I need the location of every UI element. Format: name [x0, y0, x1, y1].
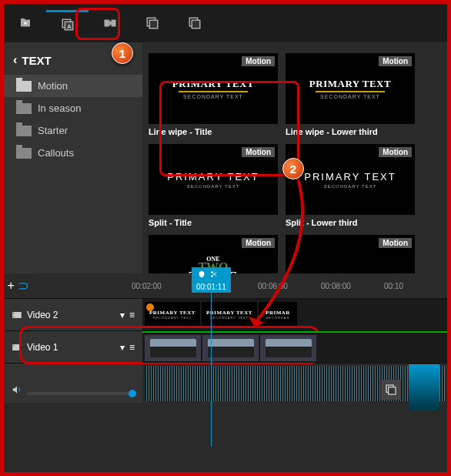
preset-item[interactable]: Motion	[286, 235, 415, 273]
video-clip[interactable]	[260, 335, 316, 361]
video-clip[interactable]	[145, 335, 201, 361]
menu-icon[interactable]: ≡	[129, 342, 135, 353]
preset-linewipe-title[interactable]: MotionPRIMARY TEXTSECONDARY TEXT Line wi…	[149, 53, 278, 136]
effect-overlay	[409, 364, 439, 411]
text-clip[interactable]: PRIMARY TEXTSECONDARY TEXT	[145, 302, 200, 328]
svg-rect-15	[13, 345, 14, 346]
snap-button[interactable]: ⊃	[18, 277, 36, 294]
svg-rect-4	[111, 20, 115, 27]
callout-2: 2	[282, 158, 304, 179]
text-clip[interactable]: PRIMARSECONDAR	[259, 302, 297, 328]
svg-rect-17	[389, 387, 396, 394]
track-label: Video 1	[27, 342, 58, 353]
star-icon	[146, 303, 154, 311]
folder-icon	[16, 81, 32, 92]
tab-overlays[interactable]	[173, 10, 215, 36]
tab-text[interactable]: A	[46, 10, 89, 36]
panel-title: TEXT	[22, 54, 51, 67]
sidebar: ‹TEXT Motion In season Starter Callouts	[4, 42, 142, 273]
svg-text:A: A	[67, 22, 72, 29]
marker-icon	[198, 270, 205, 278]
chevron-down-icon[interactable]: ▾	[120, 310, 125, 320]
svg-rect-12	[13, 313, 14, 313]
playhead[interactable]: 00:01:11	[192, 267, 231, 293]
time-ruler: + ⊃ 00:02:00 00:04:00 00:06:00 00:08:00 …	[4, 273, 447, 298]
effects-button[interactable]	[381, 380, 401, 400]
tab-favorites[interactable]	[4, 10, 46, 36]
folder-callouts[interactable]: Callouts	[4, 142, 142, 164]
preset-linewipe-lower[interactable]: MotionPRIMARY TEXTSECONDARY TEXT Line wi…	[286, 53, 415, 136]
folder-motion[interactable]: Motion	[4, 75, 142, 97]
track-label: Video 2	[27, 310, 58, 320]
volume-slider[interactable]	[27, 392, 135, 395]
folder-inseason[interactable]: In season	[4, 97, 142, 119]
add-track-button[interactable]: +	[4, 279, 18, 293]
callout-1: 1	[112, 42, 133, 64]
tab-effects[interactable]	[131, 10, 173, 36]
preset-split-title[interactable]: MotionPRIMARY TEXTSECONDARY TEXT Split -…	[149, 144, 278, 227]
menu-icon[interactable]: ≡	[129, 310, 135, 320]
playhead-time: 00:01:11	[192, 281, 231, 293]
video-track-icon	[12, 342, 22, 353]
folder-icon	[16, 148, 32, 159]
preset-split-lower[interactable]: MotionPRIMARY TEXTSECONDARY TEXT Split -…	[286, 144, 415, 227]
top-tabs: A	[4, 4, 447, 42]
chevron-down-icon[interactable]: ▾	[120, 342, 125, 353]
svg-rect-6	[149, 20, 158, 28]
chevron-left-icon: ‹	[13, 53, 17, 67]
video-track-icon	[12, 310, 22, 320]
svg-rect-8	[192, 20, 200, 28]
speaker-icon[interactable]	[12, 384, 22, 395]
track-video1: Video 1 ▾ ≡	[4, 330, 447, 363]
folder-icon	[16, 103, 32, 114]
track-video2: Video 2 ▾ ≡ PRIMARY TEXTSECONDARY TEXT P…	[4, 298, 447, 330]
tab-transitions[interactable]	[89, 10, 131, 36]
text-clip[interactable]: PRIMARY TEXTSECONDARY TEXT	[202, 302, 257, 328]
folder-icon	[16, 126, 32, 136]
scissors-icon	[210, 270, 218, 278]
svg-rect-13	[13, 316, 14, 317]
svg-rect-3	[104, 20, 109, 27]
folder-starter[interactable]: Starter	[4, 119, 142, 142]
